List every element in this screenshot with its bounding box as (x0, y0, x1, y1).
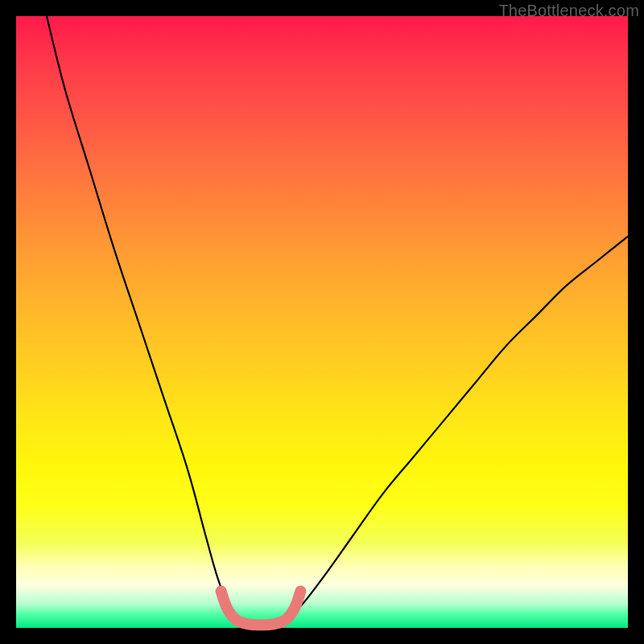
watermark-text: TheBottleneck.com (498, 2, 639, 20)
bottleneck-curve-path (47, 16, 628, 625)
plot-area (16, 16, 628, 628)
optimal-basin-path (221, 591, 301, 625)
chart-svg (16, 16, 628, 628)
chart-frame: TheBottleneck.com (0, 0, 644, 644)
